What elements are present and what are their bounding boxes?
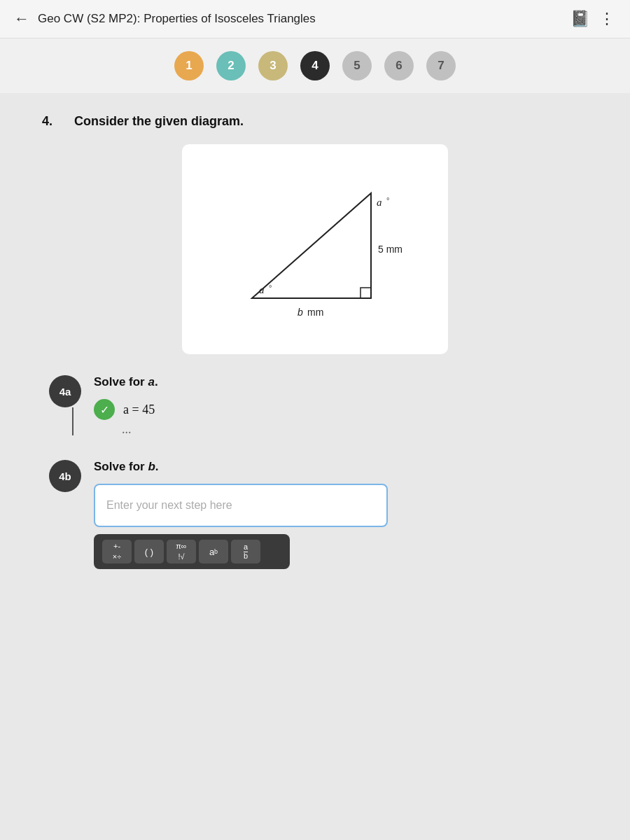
svg-rect-1 — [360, 288, 371, 298]
sub-questions: 4a Solve for a. ✓ a = 45 ··· — [42, 375, 588, 569]
svg-text:mm: mm — [307, 307, 323, 318]
question-header: 4. Consider the given diagram. — [42, 114, 588, 129]
question-number: 4. — [42, 114, 63, 129]
steps-nav: 1 2 3 4 5 6 7 — [0, 38, 630, 93]
svg-text:b: b — [298, 307, 303, 318]
step-3[interactable]: 3 — [258, 51, 288, 80]
sub-question-4b: 4b Solve for b. Enter your next step her… — [49, 460, 581, 569]
svg-text:°: ° — [269, 284, 272, 292]
sub-label-4a: Solve for a. — [94, 375, 581, 389]
svg-text:a: a — [377, 197, 382, 208]
step-7[interactable]: 7 — [426, 51, 456, 80]
diagram-box: a ° a ° 5 mm b mm — [182, 144, 448, 354]
sub-badge-4b: 4b — [49, 460, 81, 492]
step-2[interactable]: 2 — [216, 51, 246, 80]
sub-label-4b: Solve for b. — [94, 460, 581, 474]
step-6[interactable]: 6 — [384, 51, 414, 80]
check-icon-4a: ✓ — [94, 399, 115, 420]
sub-content-4b: Solve for b. Enter your next step here +… — [94, 460, 581, 569]
step-5[interactable]: 5 — [342, 51, 372, 80]
notebook-icon[interactable]: 📓 — [570, 10, 589, 28]
step-input-4b[interactable]: Enter your next step here — [94, 484, 388, 527]
app-header: ← Geo CW (S2 MP2): Properties of Isoscel… — [0, 0, 630, 38]
sub-badge-4a: 4a — [49, 375, 81, 407]
main-content: 4. Consider the given diagram. a ° a ° 5… — [0, 93, 630, 610]
svg-text:5 mm: 5 mm — [378, 244, 402, 255]
symbols-button[interactable]: π∞!√ — [167, 540, 196, 564]
svg-text:°: ° — [386, 196, 389, 204]
back-button[interactable]: ← — [14, 10, 29, 28]
step-4[interactable]: 4 — [300, 51, 330, 80]
triangle-diagram: a ° a ° 5 mm b mm — [210, 165, 420, 333]
sub-content-4a: Solve for a. ✓ a = 45 ··· — [94, 375, 581, 440]
connector-line — [72, 407, 74, 435]
exponent-button[interactable]: ab — [199, 540, 228, 564]
input-placeholder: Enter your next step here — [106, 499, 232, 512]
more-menu-icon[interactable]: ⋮ — [599, 10, 616, 28]
answer-row-4a: ✓ a = 45 — [94, 399, 581, 420]
sub-question-4a: 4a Solve for a. ✓ a = 45 ··· — [49, 375, 581, 440]
fraction-button[interactable]: a b — [231, 540, 260, 564]
page-title: Geo CW (S2 MP2): Properties of Isosceles… — [38, 12, 316, 26]
answer-text-4a: a = 45 — [123, 402, 155, 417]
step-1[interactable]: 1 — [174, 51, 204, 80]
operators-button[interactable]: +-×÷ — [102, 540, 132, 564]
svg-marker-0 — [252, 193, 371, 298]
parentheses-button[interactable]: ( ) — [134, 540, 164, 564]
svg-text:a: a — [259, 284, 265, 295]
question-text: Consider the given diagram. — [74, 114, 244, 129]
input-area: Enter your next step here +-×÷ ( ) — [94, 484, 581, 569]
math-toolbar: +-×÷ ( ) π∞!√ — [94, 534, 290, 569]
header-icons: 📓 ⋮ — [570, 10, 616, 28]
ellipsis-4a: ··· — [122, 426, 581, 440]
